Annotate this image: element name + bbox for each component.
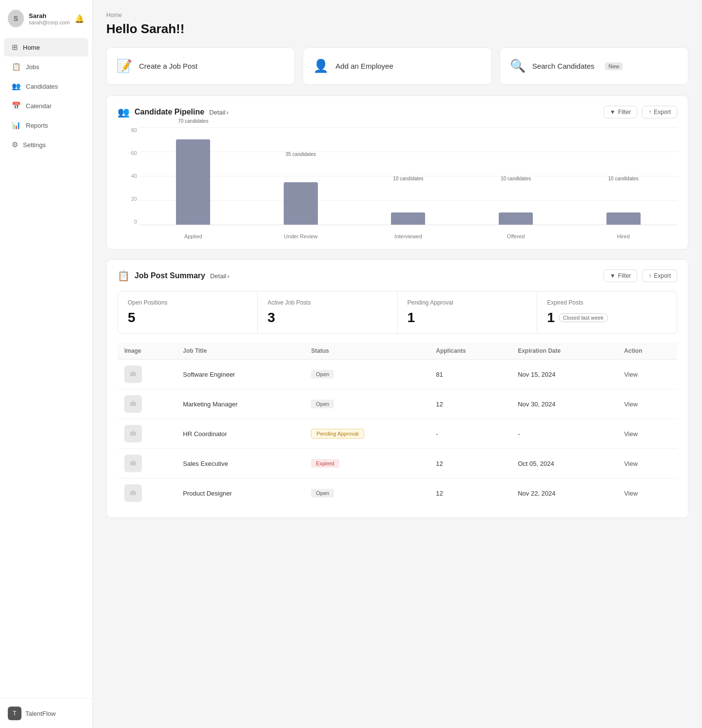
sidebar-item-home[interactable]: ⊞ Home — [4, 38, 88, 57]
stat-value: 1 — [408, 310, 527, 326]
sidebar-item-candidates[interactable]: 👥 Candidates — [4, 77, 88, 96]
summary-section-header: 📋 Job Post Summary Detail › ▼ Filter ↑ E… — [117, 269, 677, 282]
sidebar-item-label: Jobs — [26, 63, 39, 71]
settings-icon: ⚙ — [12, 140, 18, 149]
summary-stats: Open Positions 5 Active Job Posts 3 Pend… — [117, 291, 677, 334]
chevron-right-icon: › — [227, 272, 229, 280]
job-image — [124, 395, 142, 413]
create-job-card[interactable]: 📝 Create a Job Post — [106, 47, 295, 85]
status-badge: Open — [311, 489, 334, 498]
y-label: 0 — [134, 219, 137, 225]
table-row: Marketing Manager Open 12 Nov 30, 2024 V… — [117, 389, 677, 419]
sidebar-brand: T TalentFlow — [0, 698, 92, 728]
job-expiration: Nov 30, 2024 — [511, 389, 617, 419]
svg-rect-2 — [130, 402, 136, 406]
view-link[interactable]: View — [624, 430, 638, 438]
jobs-icon: 📋 — [12, 62, 21, 71]
sidebar-item-settings[interactable]: ⚙ Settings — [4, 135, 88, 154]
svg-point-3 — [133, 401, 134, 402]
sidebar-item-reports[interactable]: 📊 Reports — [4, 116, 88, 134]
y-label: 40 — [131, 173, 137, 179]
pipeline-title: Candidate Pipeline — [135, 108, 204, 116]
job-applicants: 81 — [429, 360, 511, 389]
status-badge: Expired — [311, 459, 339, 468]
sidebar: S Sarah sarah@corp.com 🔔 ⊞ Home 📋 Jobs 👥… — [0, 0, 93, 728]
sidebar-item-label: Home — [23, 44, 40, 51]
job-post-summary-section: 📋 Job Post Summary Detail › ▼ Filter ↑ E… — [106, 259, 688, 518]
stat-expired-posts: Expired Posts 1 Closed last week — [537, 291, 677, 333]
add-employee-icon: 👤 — [313, 58, 329, 74]
pipeline-filter-button[interactable]: ▼ Filter — [604, 106, 638, 118]
y-label: 80 — [131, 127, 137, 133]
table-row: Software Engineer Open 81 Nov 15, 2024 V… — [117, 360, 677, 389]
breadcrumb: Home — [106, 12, 688, 19]
summary-detail-link[interactable]: Detail › — [210, 272, 230, 280]
create-job-label: Create a Job Post — [139, 62, 197, 70]
search-candidates-icon: 🔍 — [510, 58, 526, 74]
sidebar-nav: ⊞ Home 📋 Jobs 👥 Candidates 📅 Calendar 📊 … — [0, 37, 92, 155]
svg-point-9 — [133, 490, 134, 492]
filter-icon: ▼ — [610, 109, 616, 115]
view-link[interactable]: View — [624, 401, 638, 408]
pipeline-actions: ▼ Filter ↑ Export — [604, 106, 677, 118]
sidebar-item-jobs[interactable]: 📋 Jobs — [4, 57, 88, 76]
y-label: 60 — [131, 150, 137, 156]
add-employee-card[interactable]: 👤 Add an Employee — [303, 47, 491, 85]
bar-tooltip: 10 candidates — [608, 176, 639, 181]
stat-value: 5 — [128, 310, 248, 326]
search-candidates-label: Search Candidates — [532, 62, 595, 70]
stat-label: Open Positions — [128, 299, 248, 306]
view-link[interactable]: View — [624, 460, 638, 467]
stat-active-job-posts: Active Job Posts 3 — [258, 291, 398, 333]
status-badge: Pending Approval — [311, 429, 364, 439]
bar-group-hired: 10 candidates — [569, 127, 677, 225]
view-link[interactable]: View — [624, 371, 638, 378]
svg-point-1 — [133, 371, 134, 373]
candidate-pipeline-section: 👥 Candidate Pipeline Detail › ▼ Filter ↑… — [106, 96, 688, 249]
sidebar-item-label: Settings — [23, 141, 46, 149]
y-axis: 80 60 40 20 0 — [117, 127, 137, 225]
view-link[interactable]: View — [624, 490, 638, 497]
bar-tooltip: 10 candidates — [501, 176, 531, 181]
user-email: sarah@corp.com — [29, 19, 70, 25]
x-label-interviewed: Interviewed — [354, 233, 462, 239]
avatar: S — [8, 10, 24, 27]
sidebar-item-calendar[interactable]: 📅 Calendar — [4, 96, 88, 115]
y-label: 20 — [131, 196, 137, 202]
pipeline-detail-link[interactable]: Detail › — [209, 109, 229, 116]
notification-bell-icon[interactable]: 🔔 — [75, 14, 84, 23]
sidebar-item-label: Candidates — [26, 83, 58, 90]
summary-title: Job Post Summary — [135, 271, 205, 280]
reports-icon: 📊 — [12, 121, 21, 130]
col-image: Image — [117, 343, 176, 360]
pipeline-export-button[interactable]: ↑ Export — [642, 106, 677, 118]
bar-group-applied: 70 candidates — [139, 127, 247, 225]
summary-icon: 📋 — [117, 270, 130, 282]
col-applicants: Applicants — [429, 343, 511, 360]
table-body: Software Engineer Open 81 Nov 15, 2024 V… — [117, 360, 677, 508]
stat-label: Pending Approval — [408, 299, 527, 306]
summary-actions: ▼ Filter ↑ Export — [604, 269, 677, 282]
job-applicants: 12 — [429, 449, 511, 479]
main-content: Home Hello Sarah!! 📝 Create a Job Post 👤… — [93, 0, 702, 728]
stat-open-positions: Open Positions 5 — [118, 291, 258, 333]
summary-export-button[interactable]: ↑ Export — [642, 269, 677, 282]
table-row: HR Coordinator Pending Approval - - View — [117, 419, 677, 449]
summary-filter-button[interactable]: ▼ Filter — [604, 269, 638, 282]
x-label-applied: Applied — [139, 233, 247, 239]
x-axis: Applied Under Review Interviewed Offered… — [139, 233, 677, 239]
bar-applied — [176, 139, 210, 225]
job-applicants: 12 — [429, 479, 511, 508]
pipeline-chart: 80 60 40 20 0 70 candidates — [117, 127, 677, 239]
job-title: Product Designer — [176, 479, 304, 508]
bar-group-underreview: 35 candidates — [247, 127, 355, 225]
x-label-offered: Offered — [462, 233, 570, 239]
export-icon: ↑ — [648, 109, 651, 115]
svg-rect-4 — [130, 432, 136, 436]
job-title: Marketing Manager — [176, 389, 304, 419]
svg-rect-0 — [130, 372, 136, 376]
brand-name: TalentFlow — [25, 710, 56, 717]
stat-label: Active Job Posts — [268, 299, 388, 306]
search-candidates-card[interactable]: 🔍 Search Candidates New — [500, 47, 688, 85]
filter-icon: ▼ — [610, 272, 616, 279]
